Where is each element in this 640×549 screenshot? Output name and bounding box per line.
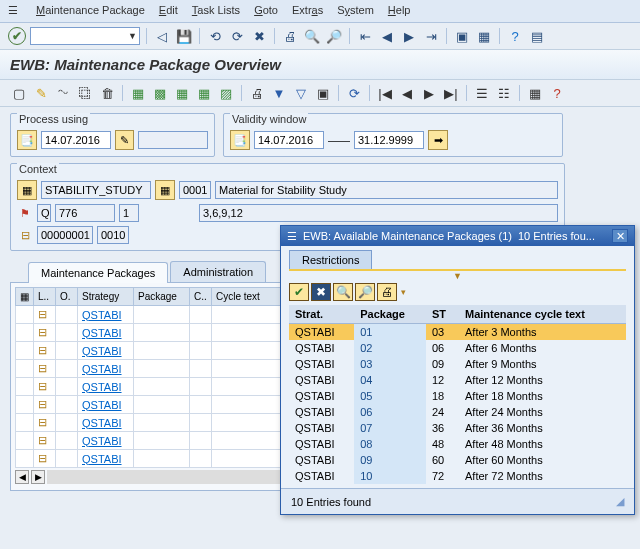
process-date-input[interactable]: 14.07.2016 xyxy=(41,131,111,149)
cell-package[interactable] xyxy=(134,360,190,378)
find-next-icon[interactable]: 🔎 xyxy=(325,27,343,45)
row-selector[interactable] xyxy=(16,432,34,450)
popup-col-pkg[interactable]: Package xyxy=(354,305,426,324)
col-l[interactable]: L.. xyxy=(34,288,56,306)
nav-next-icon[interactable]: ▶ xyxy=(420,84,438,102)
row-selector[interactable] xyxy=(16,360,34,378)
menu-icon[interactable]: ☰ xyxy=(8,4,22,18)
grid-icon[interactable]: ▦ xyxy=(526,84,544,102)
context-sub-input[interactable]: 1 xyxy=(119,204,139,222)
nav-last-icon[interactable]: ▶| xyxy=(442,84,460,102)
next-page-icon[interactable]: ▶ xyxy=(400,27,418,45)
row-selector[interactable] xyxy=(16,396,34,414)
tree2-icon[interactable]: ☷ xyxy=(495,84,513,102)
scroll-right-icon[interactable]: ▶ xyxy=(31,470,45,484)
cell-strategy[interactable]: QSTABI xyxy=(78,306,134,324)
prev-page-icon[interactable]: ◀ xyxy=(378,27,396,45)
context-helper1[interactable]: ▦ xyxy=(17,180,37,200)
scroll-left-icon[interactable]: ◀ xyxy=(15,470,29,484)
command-field[interactable]: ▼ xyxy=(30,27,140,45)
cell-package[interactable] xyxy=(134,324,190,342)
context-seq-input[interactable]: 3,6,9,12 xyxy=(199,204,558,222)
cell-package[interactable] xyxy=(134,414,190,432)
sheet2-icon[interactable]: ▩ xyxy=(151,84,169,102)
filter-icon[interactable]: ▼ xyxy=(270,84,288,102)
popup-row[interactable]: QSTABI0206After 6 Months xyxy=(289,340,626,356)
print2-icon[interactable]: 🖨 xyxy=(248,84,266,102)
menu-extras[interactable]: Extras xyxy=(292,4,323,18)
filter2-icon[interactable]: ▽ xyxy=(292,84,310,102)
col-package[interactable]: Package xyxy=(134,288,190,306)
validity-to-input[interactable]: 31.12.9999 xyxy=(354,131,424,149)
menu-help[interactable]: Help xyxy=(388,4,411,18)
tab-administration[interactable]: Administration xyxy=(170,261,266,282)
col-select[interactable]: ▦ xyxy=(16,288,34,306)
popup-row[interactable]: QSTABI0309After 9 Months xyxy=(289,356,626,372)
enter-button[interactable]: ✔ xyxy=(8,27,26,45)
popup-confirm-button[interactable]: ✔ xyxy=(289,283,309,301)
cell-package[interactable] xyxy=(134,396,190,414)
menu-edit[interactable]: Edit xyxy=(159,4,178,18)
cell-package[interactable] xyxy=(134,306,190,324)
first-page-icon[interactable]: ⇤ xyxy=(356,27,374,45)
popup-row[interactable]: QSTABI0960After 60 Months xyxy=(289,452,626,468)
menu-system[interactable]: System xyxy=(337,4,374,18)
cell-strategy[interactable]: QSTABI xyxy=(78,342,134,360)
popup-col-mct[interactable]: Maintenance cycle text xyxy=(459,305,626,324)
cell-package[interactable] xyxy=(134,432,190,450)
sheet4-icon[interactable]: ▦ xyxy=(195,84,213,102)
settings-icon[interactable]: ▣ xyxy=(314,84,332,102)
popup-col-strat[interactable]: Strat. xyxy=(289,305,354,324)
cell-strategy[interactable]: QSTABI xyxy=(78,414,134,432)
cell-package[interactable] xyxy=(134,378,190,396)
cell-strategy[interactable]: QSTABI xyxy=(78,432,134,450)
menu-goto[interactable]: Goto xyxy=(254,4,278,18)
shortcut-icon[interactable]: ▦ xyxy=(475,27,493,45)
context-helper2[interactable]: ▦ xyxy=(155,180,175,200)
row-selector[interactable] xyxy=(16,324,34,342)
process-date-helper[interactable]: 📑 xyxy=(17,130,37,150)
popup-find2-icon[interactable]: 🔎 xyxy=(355,283,375,301)
col-c[interactable]: C.. xyxy=(190,288,212,306)
cell-package[interactable] xyxy=(134,450,190,468)
row-selector[interactable] xyxy=(16,378,34,396)
col-o[interactable]: O. xyxy=(56,288,78,306)
new-icon[interactable]: ▢ xyxy=(10,84,28,102)
col-strategy[interactable]: Strategy xyxy=(78,288,134,306)
cell-package[interactable] xyxy=(134,342,190,360)
context-desc-input[interactable]: Material for Stability Study xyxy=(215,181,558,199)
popup-titlebar[interactable]: ☰ EWB: Available Maintenance Packages (1… xyxy=(281,226,634,246)
context-id1-input[interactable]: 00000001 xyxy=(37,226,93,244)
sheet1-icon[interactable]: ▦ xyxy=(129,84,147,102)
row-selector[interactable] xyxy=(16,414,34,432)
popup-print-icon[interactable]: 🖨 xyxy=(377,283,397,301)
popup-row[interactable]: QSTABI0848After 48 Months xyxy=(289,436,626,452)
popup-toolbar-more[interactable]: ▾ xyxy=(401,287,406,297)
close-icon[interactable]: ✕ xyxy=(612,229,628,243)
row-selector[interactable] xyxy=(16,450,34,468)
cancel-icon[interactable]: ✖ xyxy=(250,27,268,45)
context-study-input[interactable]: STABILITY_STUDY xyxy=(41,181,151,199)
menu-maintenance-package[interactable]: MMaintenance Packageaintenance Package xyxy=(36,4,145,18)
refresh-icon[interactable]: ⟳ xyxy=(345,84,363,102)
back-button[interactable]: ◁ xyxy=(153,27,171,45)
tree1-icon[interactable]: ☰ xyxy=(473,84,491,102)
find-icon[interactable]: 🔍 xyxy=(303,27,321,45)
context-code1-input[interactable]: 0001 xyxy=(179,181,211,199)
row-selector[interactable] xyxy=(16,306,34,324)
help2-icon[interactable]: ? xyxy=(548,84,566,102)
resize-handle-icon[interactable]: ◢ xyxy=(616,495,624,508)
popup-col-st[interactable]: ST xyxy=(426,305,459,324)
help-icon[interactable]: ? xyxy=(506,27,524,45)
new-session-icon[interactable]: ▣ xyxy=(453,27,471,45)
cell-strategy[interactable]: QSTABI xyxy=(78,360,134,378)
validity-go-button[interactable]: ➡ xyxy=(428,130,448,150)
popup-find-icon[interactable]: 🔍 xyxy=(333,283,353,301)
last-page-icon[interactable]: ⇥ xyxy=(422,27,440,45)
context-id2-input[interactable]: 0010 xyxy=(97,226,129,244)
tab-restrictions[interactable]: Restrictions xyxy=(289,250,372,269)
copy-icon[interactable]: ⿻ xyxy=(76,84,94,102)
nav-prev-icon[interactable]: ◀ xyxy=(398,84,416,102)
collapse-handle[interactable]: ▼ xyxy=(289,273,626,279)
popup-row[interactable]: QSTABI1072After 72 Months xyxy=(289,468,626,484)
